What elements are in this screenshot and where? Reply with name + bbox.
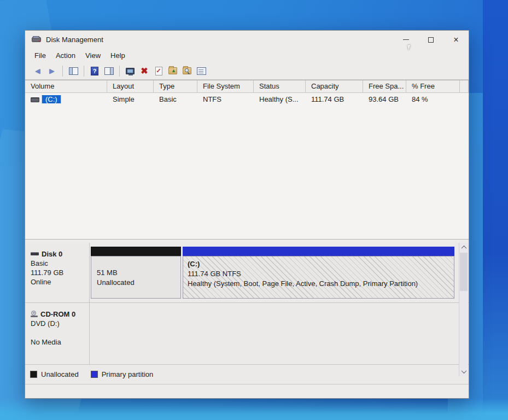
scrollbar-thumb[interactable] <box>460 253 468 291</box>
cell-pct-free: 84 % <box>406 95 460 103</box>
cell-layout: Simple <box>107 95 154 103</box>
status-bar <box>25 384 469 398</box>
help-button[interactable]: ? <box>87 65 102 78</box>
disk-0-track: 51 MB Unallocated (C:) 111.74 GB NTFS He… <box>90 243 469 302</box>
disk-management-app-icon <box>32 36 41 43</box>
cdrom-drive: DVD (D:) <box>31 319 86 328</box>
disk-0-header[interactable]: Disk 0 Basic 111.79 GB Online <box>25 243 90 302</box>
column-header-status[interactable]: Status <box>254 80 306 92</box>
toolbar-separator <box>62 66 63 77</box>
volume-table-header: Volume Layout Type File System Status Ca… <box>25 80 469 93</box>
show-action-pane-button[interactable] <box>102 65 116 78</box>
cdrom-0-track <box>90 303 469 364</box>
cell-file-system: NTFS <box>197 95 254 103</box>
legend-label: Unallocated <box>41 370 79 378</box>
column-header-layout[interactable]: Layout <box>107 80 154 92</box>
graphical-view-pane: Disk 0 Basic 111.79 GB Online 51 MB Unal… <box>25 243 469 384</box>
scroll-down-button[interactable] <box>459 367 468 376</box>
unallocated-color-bar <box>91 247 181 256</box>
legend-item-unallocated: Unallocated <box>30 370 79 378</box>
chevron-up-icon <box>461 246 466 251</box>
show-console-tree-button[interactable] <box>66 65 80 78</box>
volume-row-c[interactable]: (C:) Simple Basic NTFS Healthy (S... 111… <box>25 93 469 105</box>
wallpaper-shape <box>0 398 508 420</box>
vertical-scrollbar[interactable] <box>459 243 468 376</box>
action-pane-icon <box>104 67 114 75</box>
partition-name: (C:) <box>188 259 454 269</box>
menu-bar: File Action View Help <box>25 49 469 62</box>
partition-status: Healthy (System, Boot, Page File, Active… <box>188 279 454 289</box>
wallpaper-shape <box>483 0 508 420</box>
column-header-type[interactable]: Type <box>154 80 197 92</box>
cd-rom-icon <box>31 312 38 317</box>
disk-status: Online <box>31 277 86 287</box>
disk-0-row: Disk 0 Basic 111.79 GB Online 51 MB Unal… <box>25 243 469 303</box>
toolbar-separator <box>84 66 84 77</box>
column-header-pct-free[interactable]: % Free <box>406 80 460 92</box>
primary-color-bar <box>183 247 454 256</box>
volume-list-pane: Volume Layout Type File System Status Ca… <box>25 80 469 240</box>
primary-partition-swatch <box>91 371 98 378</box>
mark-active-button[interactable]: ✓ <box>151 65 166 78</box>
forward-button[interactable]: ► <box>45 65 59 78</box>
unallocated-swatch <box>30 371 37 378</box>
cdrom-name: CD-ROM 0 <box>40 310 75 319</box>
forward-arrow-icon: ► <box>48 67 56 75</box>
disk-size: 111.79 GB <box>31 268 86 277</box>
menu-view[interactable]: View <box>80 50 106 61</box>
column-header-file-system[interactable]: File System <box>197 80 254 92</box>
help-icon: ? <box>91 67 98 75</box>
cell-status: Healthy (S... <box>254 95 306 103</box>
close-button[interactable]: × <box>443 31 469 49</box>
refresh-disks-button[interactable] <box>123 65 137 78</box>
folder-open-icon: ▲ <box>168 67 177 74</box>
properties-icon <box>197 67 206 75</box>
volume-disk-icon <box>31 97 39 102</box>
cell-type: Basic <box>154 95 197 103</box>
disk-type: Basic <box>31 259 86 268</box>
back-arrow-icon: ◄ <box>34 67 42 75</box>
legend-item-primary-partition: Primary partition <box>91 370 154 378</box>
c-partition-block[interactable]: (C:) 111.74 GB NTFS Healthy (System, Boo… <box>183 247 454 302</box>
legend-label: Primary partition <box>102 370 154 378</box>
hard-disk-icon <box>31 253 39 255</box>
selected-volume-label: (C:) <box>42 95 61 103</box>
cdrom-0-row: CD-ROM 0 DVD (D:) No Media <box>25 303 469 365</box>
disk-name: Disk 0 <box>42 249 62 259</box>
menu-help[interactable]: Help <box>106 50 130 61</box>
cell-free-space: 93.64 GB <box>363 95 406 103</box>
cdrom-0-header[interactable]: CD-ROM 0 DVD (D:) No Media <box>25 303 90 364</box>
column-header-free-space[interactable]: Free Spa... <box>363 80 406 92</box>
console-tree-icon <box>69 67 78 75</box>
back-button[interactable]: ◄ <box>31 65 45 78</box>
delete-volume-button[interactable]: ✖ <box>137 65 151 78</box>
unallocated-size: 51 MB <box>97 268 180 278</box>
disk-management-window: Disk Management × File Action View Help … <box>25 30 469 399</box>
unallocated-partition-block[interactable]: 51 MB Unallocated <box>91 247 181 302</box>
computer-monitor-icon <box>126 68 135 74</box>
folder-explore-icon <box>183 67 191 74</box>
cdrom-media: No Media <box>31 337 86 347</box>
column-header-filler <box>460 80 469 92</box>
minimize-button[interactable] <box>393 31 418 49</box>
properties-button[interactable] <box>194 65 208 78</box>
partition-size: 111.74 GB NTFS <box>188 269 454 279</box>
maximize-button[interactable] <box>418 31 443 49</box>
explore-button[interactable] <box>180 65 194 78</box>
chevron-down-icon <box>461 368 466 374</box>
toolbar: ◄ ► ? ✖ ✓ ▲ <box>25 62 469 80</box>
column-header-capacity[interactable]: Capacity <box>306 80 363 92</box>
magnifier-icon <box>185 68 189 72</box>
window-title: Disk Management <box>46 36 103 44</box>
scroll-up-button[interactable] <box>459 243 468 252</box>
delete-x-icon: ✖ <box>141 67 148 75</box>
unallocated-label: Unallocated <box>97 278 180 288</box>
cell-capacity: 111.74 GB <box>306 95 363 103</box>
title-bar[interactable]: Disk Management × <box>25 31 469 49</box>
toolbar-separator <box>119 66 120 77</box>
open-button[interactable]: ▲ <box>166 65 180 78</box>
column-header-volume[interactable]: Volume <box>25 80 107 92</box>
menu-action[interactable]: Action <box>51 50 80 61</box>
menu-file[interactable]: File <box>30 50 51 61</box>
legend: Unallocated Primary partition <box>25 365 469 383</box>
